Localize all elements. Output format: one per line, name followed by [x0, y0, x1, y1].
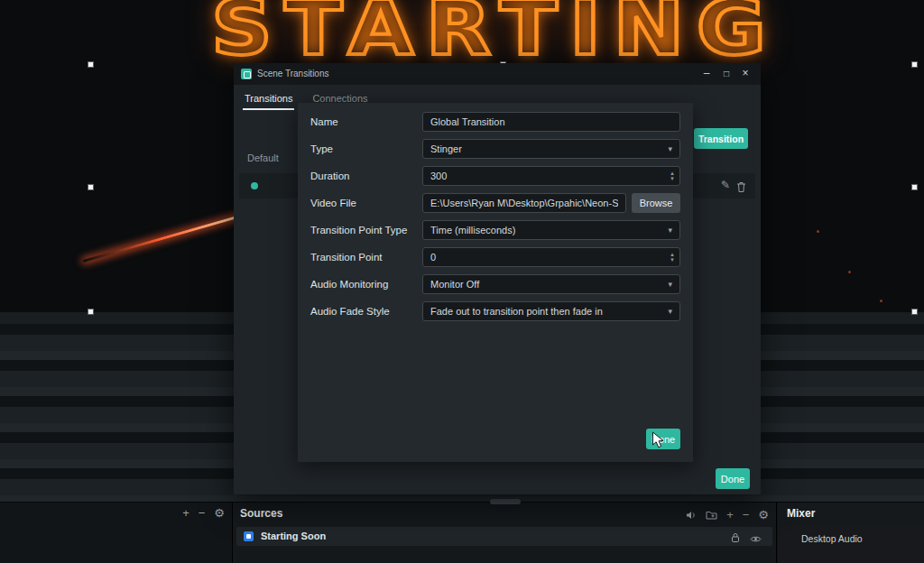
edit-pencil-icon[interactable]: ✎ [721, 179, 730, 191]
default-radio-icon[interactable] [251, 182, 258, 189]
add-folder-icon[interactable] [706, 507, 717, 523]
field-row-video-file: Video File Browse [298, 189, 693, 217]
dialog-done-button[interactable]: Done [716, 468, 750, 489]
selection-handle-mid-left[interactable] [88, 184, 94, 190]
lock-icon[interactable] [731, 531, 740, 547]
audio-monitoring-label: Audio Monitoring [310, 279, 422, 290]
add-transition-button[interactable]: Transition [694, 128, 748, 149]
remove-scene-icon[interactable]: − [199, 506, 206, 521]
field-row-transition-point-type: Transition Point Type Time (milliseconds… [298, 217, 693, 244]
transition-point-input[interactable] [422, 247, 680, 267]
transition-point-type-value: Time (milliseconds) [430, 225, 515, 235]
audio-monitoring-select[interactable]: Monitor Off ▾ [422, 274, 680, 294]
chevron-down-icon: ▾ [668, 307, 672, 316]
selection-handle-bottom-left[interactable] [88, 309, 94, 315]
video-file-label: Video File [310, 198, 422, 208]
source-type-icon [244, 531, 254, 541]
transition-point-label: Transition Point [310, 252, 422, 263]
tab-transitions[interactable]: Transitions [243, 88, 294, 110]
remove-source-icon[interactable]: − [743, 508, 750, 522]
selection-handle-top-right[interactable] [911, 61, 918, 68]
app-logo-icon [241, 69, 252, 79]
chevron-down-icon: ▾ [668, 280, 672, 289]
source-label: Starting Soon [261, 531, 326, 541]
minimize-button[interactable]: – [699, 67, 714, 81]
browse-button[interactable]: Browse [632, 193, 680, 213]
spark [880, 300, 882, 302]
delete-trash-icon[interactable] [736, 180, 746, 197]
name-label: Name [310, 116, 422, 127]
chevron-down-icon: ▾ [668, 144, 672, 153]
selection-handle-mid-right[interactable] [911, 184, 918, 190]
duration-spinner[interactable]: ▴ ▾ [666, 168, 679, 184]
sources-panel: Sources + − ⚙ Starting Soon [233, 503, 777, 563]
spark [848, 271, 851, 273]
dialog-titlebar[interactable]: Scene Transitions – □ × [234, 63, 761, 85]
source-row-empty [236, 549, 772, 563]
sources-title: Sources [240, 507, 282, 520]
laser-streak [83, 212, 252, 263]
dialog-title: Scene Transitions [257, 69, 329, 78]
type-label: Type [310, 143, 422, 154]
selection-handle-top-left[interactable] [88, 61, 94, 68]
source-settings-gear-icon[interactable]: ⚙ [758, 508, 769, 522]
chevron-down-icon: ▾ [668, 226, 672, 235]
transition-properties-panel: Name Type Stinger ▾ Duration ▴ ▾ [298, 103, 693, 462]
mouse-cursor [651, 431, 666, 453]
mixer-title: Mixer [787, 507, 815, 520]
field-row-transition-point: Transition Point ▴ ▾ [298, 244, 693, 271]
duration-label: Duration [310, 171, 422, 181]
add-source-icon[interactable]: + [726, 508, 734, 522]
video-file-input[interactable] [422, 193, 626, 213]
app-window: STARTING Scene Transitions – □ × Transit… [0, 0, 924, 563]
mixer-panel: Mixer Desktop Audio [778, 503, 924, 563]
splitter-drag-handle[interactable] [490, 499, 521, 504]
field-row-audio-fade-style: Audio Fade Style Fade out to transition … [298, 298, 693, 325]
transition-point-spinner[interactable]: ▴ ▾ [666, 249, 679, 265]
field-row-name: Name [298, 108, 693, 135]
eye-icon[interactable] [750, 531, 762, 547]
selection-handle-bottom-right[interactable] [911, 309, 918, 315]
spark [817, 230, 819, 233]
field-row-audio-monitoring: Audio Monitoring Monitor Off ▾ [298, 271, 693, 298]
transition-point-type-select[interactable]: Time (milliseconds) ▾ [422, 220, 680, 240]
audio-fade-style-value: Fade out to transition point then fade i… [430, 306, 603, 317]
close-button[interactable]: × [738, 67, 753, 81]
transition-point-type-label: Transition Point Type [310, 225, 422, 235]
type-select-value: Stinger [430, 143, 462, 154]
type-select[interactable]: Stinger ▾ [422, 139, 680, 159]
name-input[interactable] [422, 112, 680, 132]
field-row-type: Type Stinger ▾ [298, 135, 693, 162]
bottom-dock: + − ⚙ Sources + − ⚙ Starting Soon [0, 502, 924, 563]
maximize-button[interactable]: □ [719, 67, 734, 81]
audio-monitoring-value: Monitor Off [430, 279, 479, 290]
neon-starting-text: STARTING [211, 0, 778, 72]
scenes-panel: + − ⚙ [0, 503, 233, 563]
audio-fade-style-label: Audio Fade Style [310, 306, 422, 317]
field-row-duration: Duration ▴ ▾ [298, 162, 693, 189]
duration-input[interactable] [422, 166, 680, 186]
mixer-body: Desktop Audio [778, 526, 924, 563]
mixer-item-desktop-audio: Desktop Audio [801, 533, 863, 544]
spinner-down-icon[interactable]: ▾ [670, 176, 674, 181]
audio-icon[interactable] [686, 507, 697, 523]
audio-fade-style-select[interactable]: Fade out to transition point then fade i… [422, 301, 680, 321]
column-header-default: Default [247, 152, 279, 163]
source-row-starting-soon[interactable]: Starting Soon [236, 527, 772, 546]
scene-settings-gear-icon[interactable]: ⚙ [214, 506, 225, 521]
add-scene-icon[interactable]: + [182, 506, 189, 521]
spinner-down-icon[interactable]: ▾ [670, 257, 674, 263]
